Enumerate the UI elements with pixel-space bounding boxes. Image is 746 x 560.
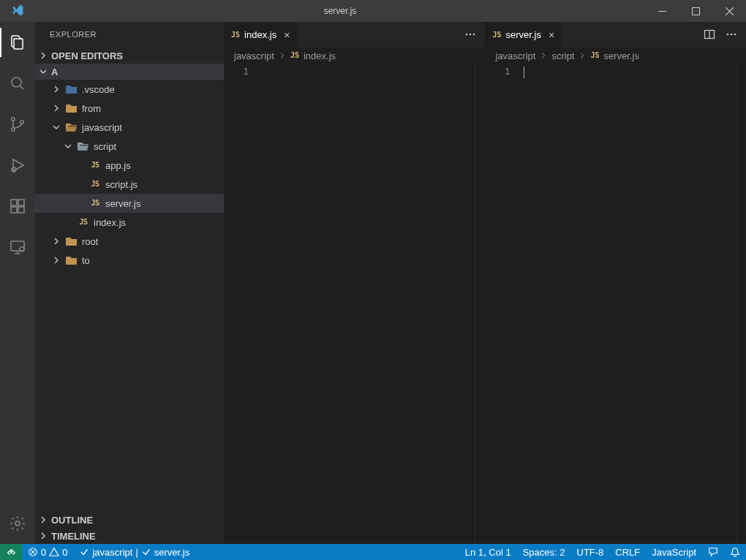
window-maximize-button[interactable] <box>679 0 712 22</box>
editor-body[interactable]: 1 <box>486 64 747 544</box>
svg-point-21 <box>734 33 736 35</box>
svg-point-19 <box>727 33 729 35</box>
editor-content[interactable] <box>262 64 475 544</box>
activity-run-debug-icon[interactable] <box>0 151 35 180</box>
vscode-logo-icon <box>11 4 24 18</box>
more-actions-icon[interactable] <box>726 29 737 42</box>
minimap[interactable] <box>475 64 485 544</box>
status-cursor-position[interactable]: Ln 1, Col 1 <box>459 544 517 560</box>
editor-tab[interactable]: JSserver.js× <box>486 22 563 48</box>
editor-body[interactable]: 1 <box>224 64 485 544</box>
status-bar: 0 0 javascript | server.js Ln 1, Col 1 S… <box>0 544 746 560</box>
svg-point-16 <box>472 33 475 35</box>
more-actions-icon[interactable] <box>464 29 476 42</box>
status-language-mode[interactable]: JavaScript <box>646 544 702 560</box>
explorer-sidebar: EXPLORER OPEN EDITORS A .vscodefromjavas… <box>35 22 224 544</box>
status-indentation[interactable]: Spaces: 2 <box>517 544 571 560</box>
tree-file[interactable]: JSindex.js <box>35 213 224 232</box>
activity-remote-explorer-icon[interactable] <box>0 232 35 262</box>
tree-file[interactable]: JSscript.js <box>35 175 224 194</box>
tree-item-label: from <box>82 104 101 113</box>
tab-close-icon[interactable]: × <box>284 30 290 40</box>
tree-folder[interactable]: from <box>35 99 224 118</box>
editor-tab[interactable]: JSindex.js× <box>224 22 298 48</box>
status-file-porter[interactable]: javascript | server.js <box>73 544 195 560</box>
title-bar: server.js <box>0 0 746 22</box>
editor-content[interactable] <box>524 64 736 544</box>
tree-item-label: .vscode <box>82 85 115 94</box>
tree-folder[interactable]: script <box>35 137 224 156</box>
tab-close-icon[interactable]: × <box>549 30 554 40</box>
svg-point-3 <box>12 118 15 121</box>
activity-search-icon[interactable] <box>0 69 35 98</box>
svg-point-15 <box>469 33 471 35</box>
tree-file[interactable]: JSserver.js <box>35 194 224 213</box>
section-timeline[interactable]: TIMELINE <box>35 528 224 544</box>
tree-folder[interactable]: javascript <box>35 118 224 137</box>
js-file-icon: JS <box>590 52 599 59</box>
folder-icon <box>66 83 78 95</box>
text-cursor <box>524 67 524 78</box>
tree-item-label: javascript <box>82 123 122 132</box>
tab-bar: JSserver.js× <box>486 22 747 48</box>
svg-rect-8 <box>11 207 17 213</box>
status-notifications-icon[interactable] <box>724 544 746 560</box>
explorer-title: EXPLORER <box>35 22 224 48</box>
status-feedback-icon[interactable] <box>702 544 724 560</box>
section-label: A <box>51 67 58 77</box>
tree-item-label: index.js <box>94 218 126 227</box>
chevron-right-icon <box>51 256 61 265</box>
file-tree: .vscodefromjavascriptscriptJSapp.jsJSscr… <box>35 80 224 512</box>
status-remote-button[interactable] <box>0 544 22 560</box>
tree-folder[interactable]: .vscode <box>35 80 224 99</box>
status-problems[interactable]: 0 0 <box>22 544 73 560</box>
status-warnings-count: 0 <box>62 548 67 557</box>
tree-file[interactable]: JSapp.js <box>35 156 224 175</box>
split-editor-icon[interactable] <box>704 29 715 42</box>
breadcrumbs[interactable]: javascriptscriptJSserver.js <box>486 48 747 64</box>
js-file-icon: JS <box>78 216 89 228</box>
status-eol[interactable]: CRLF <box>609 544 646 560</box>
tree-item-label: server.js <box>105 199 140 208</box>
chevron-down-icon <box>38 67 48 76</box>
tab-filename: server.js <box>506 30 541 39</box>
tree-folder[interactable]: root <box>35 232 224 251</box>
svg-point-4 <box>12 128 15 131</box>
section-outline[interactable]: OUTLINE <box>35 512 224 528</box>
editor-group: JSserver.js×javascriptscriptJSserver.js1 <box>485 22 747 544</box>
breadcrumbs[interactable]: javascriptJSindex.js <box>224 48 485 64</box>
status-encoding[interactable]: UTF-8 <box>571 544 610 560</box>
svg-rect-7 <box>11 200 17 205</box>
tree-item-label: app.js <box>105 161 131 170</box>
tab-actions <box>695 22 746 48</box>
window-minimize-button[interactable] <box>645 0 679 22</box>
js-file-icon: JS <box>231 31 240 39</box>
window-close-button[interactable] <box>712 0 746 22</box>
folder-icon <box>78 140 89 152</box>
breadcrumb-item[interactable]: index.js <box>304 51 336 61</box>
svg-rect-9 <box>18 207 24 213</box>
svg-rect-11 <box>11 241 24 251</box>
tree-item-label: to <box>82 256 90 265</box>
chevron-down-icon <box>51 123 61 132</box>
folder-icon <box>66 235 78 247</box>
activity-explorer-icon[interactable] <box>0 28 35 57</box>
activity-settings-icon[interactable] <box>0 509 35 538</box>
breadcrumb-item[interactable]: javascript <box>234 51 274 61</box>
js-file-icon: JS <box>290 52 299 59</box>
svg-point-20 <box>731 33 733 35</box>
section-workspace[interactable]: A <box>35 64 224 80</box>
breadcrumb-item[interactable]: javascript <box>496 51 536 61</box>
js-file-icon: JS <box>89 178 101 190</box>
activity-source-control-icon[interactable] <box>0 110 35 139</box>
minimap[interactable] <box>736 64 746 544</box>
chevron-right-icon <box>51 104 61 113</box>
svg-point-13 <box>15 521 20 526</box>
tree-folder[interactable]: to <box>35 251 224 270</box>
activity-extensions-icon[interactable] <box>0 192 35 221</box>
section-open-editors[interactable]: OPEN EDITORS <box>35 48 224 64</box>
chevron-down-icon <box>63 142 73 151</box>
breadcrumb-item[interactable]: script <box>551 51 574 61</box>
breadcrumb-separator-icon <box>579 51 586 61</box>
breadcrumb-item[interactable]: server.js <box>604 51 639 61</box>
